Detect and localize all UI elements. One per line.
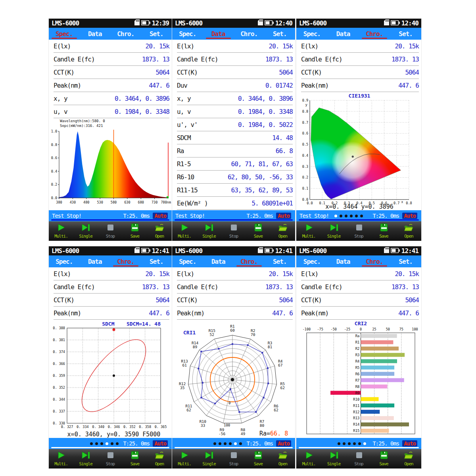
svg-text:0.5: 0.5 (302, 142, 308, 146)
single-button[interactable]: Single (197, 451, 221, 466)
tab-data[interactable]: Data (80, 28, 111, 40)
page-indicator-dots (213, 442, 242, 445)
tab-chro[interactable]: Chro. (110, 255, 141, 267)
svg-text:-50: -50 (331, 327, 337, 331)
screen-content: E(lx)20. 15kCandle E(fc)1873. 13CCT(K)50… (172, 40, 295, 210)
tab-data[interactable]: Data (328, 28, 359, 40)
tab-chro[interactable]: Chro. (234, 28, 265, 40)
measurement-table: E(lx)20. 15kCandle E(fc)1873. 13CCT(K)50… (49, 40, 172, 118)
stop-button[interactable]: Stop (98, 223, 123, 239)
tab-data[interactable]: Data (80, 255, 111, 267)
status-bar: T:25. 0msAuto (296, 438, 421, 449)
multi-button[interactable]: Multi. (172, 451, 197, 466)
stop-button[interactable]: Stop (98, 451, 123, 466)
tab-spec[interactable]: Spec. (296, 255, 328, 267)
single-button[interactable]: Single (73, 223, 98, 239)
row-label: E(lx) (177, 270, 194, 278)
auto-mode-badge[interactable]: Auto (153, 440, 168, 447)
auto-mode-badge[interactable]: Auto (276, 213, 291, 219)
stop-button[interactable]: Stop (221, 451, 246, 466)
row-label: CCT(K) (54, 69, 74, 76)
save-icon (130, 223, 140, 233)
sd-card-icon (384, 19, 389, 25)
row-label: Peak(nm) (301, 82, 328, 89)
save-button[interactable]: Save (371, 451, 396, 466)
multi-button[interactable]: Multi. (49, 451, 73, 466)
auto-mode-badge[interactable]: Auto (276, 440, 291, 447)
device-screen: LMS-6000 12:40Spec.DataChro.Set.E(lx)20.… (296, 19, 421, 241)
single-button[interactable]: Single (197, 223, 221, 239)
integration-time-label: T:25. 0ms (372, 213, 399, 219)
single-button[interactable]: Single (73, 451, 98, 466)
screenshot-collage: LMS-6000 12:39Spec.DataChro.Set.E(lx)20.… (0, 0, 476, 476)
tab-chro[interactable]: Chro. (359, 28, 390, 40)
save-button[interactable]: Save (371, 223, 396, 239)
tab-data[interactable]: Data (203, 255, 234, 267)
svg-text:-100: -100 (303, 327, 311, 331)
table-row: Candle E(fc)1873. 13 (301, 280, 419, 294)
tab-set[interactable]: Set. (265, 28, 296, 40)
auto-mode-badge[interactable]: Auto (402, 440, 417, 447)
tab-set[interactable]: Set. (390, 28, 421, 40)
folder-icon (278, 451, 288, 461)
stop-button[interactable]: Stop (346, 223, 371, 239)
cri-bar-label: R3 (355, 353, 360, 357)
tab-chro[interactable]: Chro. (359, 255, 390, 267)
tab-spec[interactable]: Spec. (49, 28, 80, 40)
table-row: Peak(nm)447. 6 (54, 307, 169, 320)
tab-spec[interactable]: Spec. (49, 255, 80, 267)
tool-label: Multi. (54, 461, 68, 466)
row-label: Candle E(fc) (301, 56, 342, 63)
multi-button[interactable]: Multi. (172, 223, 197, 239)
multi-button[interactable]: Multi. (49, 223, 73, 239)
save-button[interactable]: Save (123, 451, 147, 466)
open-button[interactable]: Open (271, 223, 295, 239)
stop-button[interactable]: Stop (346, 451, 371, 466)
svg-text:0.8: 0.8 (51, 143, 57, 147)
single-button[interactable]: Single (321, 451, 346, 466)
open-button[interactable]: Open (147, 223, 172, 239)
tab-spec[interactable]: Spec. (172, 255, 203, 267)
save-button[interactable]: Save (246, 451, 271, 466)
outer-ring-label: 100 (224, 423, 230, 427)
stop-button[interactable]: Stop (221, 223, 246, 239)
save-button[interactable]: Save (246, 223, 271, 239)
row-value: 5064 (155, 69, 169, 76)
tab-set[interactable]: Set. (390, 255, 421, 267)
multi-button[interactable]: Multi. (296, 223, 321, 239)
tab-set[interactable]: Set. (141, 28, 172, 40)
status-underline (299, 447, 419, 448)
page-dot (358, 442, 361, 445)
tab-set[interactable]: Set. (141, 255, 172, 267)
tab-set[interactable]: Set. (265, 255, 296, 267)
svg-text:0. 330: 0. 330 (53, 421, 65, 425)
stop-icon (229, 451, 238, 461)
tool-label: Save (379, 234, 388, 239)
battery-icon (265, 248, 274, 253)
row-value: 1873. 13 (142, 283, 169, 291)
cri-bar (361, 353, 405, 357)
multi-button[interactable]: Multi. (296, 451, 321, 466)
auto-mode-badge[interactable]: Auto (402, 213, 417, 219)
auto-mode-badge[interactable]: Auto (153, 213, 168, 219)
svg-text:430: 430 (70, 200, 76, 204)
tab-data[interactable]: Data (328, 255, 359, 267)
open-button[interactable]: Open (396, 223, 421, 239)
page-dot (334, 215, 337, 217)
tab-chro[interactable]: Chro. (110, 28, 141, 40)
open-button[interactable]: Open (147, 451, 172, 466)
tab-spec[interactable]: Spec. (172, 28, 203, 40)
row-label: E(lx) (54, 270, 71, 278)
open-button[interactable]: Open (271, 451, 295, 466)
cri2-bar-chart: CRI2-100-75-50-250255075100RaR1R2R3R4R5R… (296, 320, 421, 438)
tab-spec[interactable]: Spec. (296, 28, 328, 40)
save-button[interactable]: Save (123, 223, 147, 239)
tab-data[interactable]: Data (203, 28, 234, 40)
open-button[interactable]: Open (396, 451, 421, 466)
tool-label: Stop (229, 234, 238, 239)
tab-chro[interactable]: Chro. (234, 255, 265, 267)
row-label: CCT(K) (301, 296, 322, 304)
single-button[interactable]: Single (321, 223, 346, 239)
page-dot (224, 442, 226, 445)
integration-time-label: T:25. 0ms (372, 440, 399, 447)
